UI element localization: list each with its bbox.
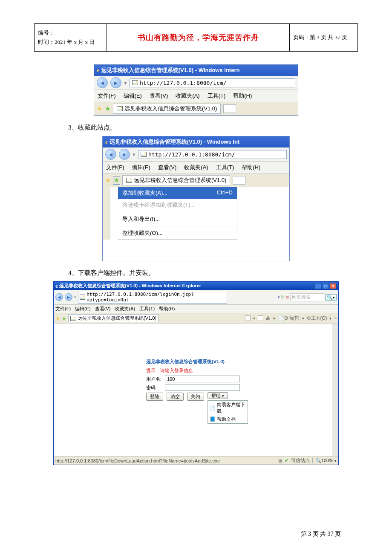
title-bar-2: e 远见非税收入信息综合管理系统(V1.0) - Windows Int <box>103 136 289 147</box>
time-label: 时间：2021 年 x 月 x 日 <box>38 38 103 47</box>
new-tab-button[interactable] <box>233 176 245 185</box>
ie-screenshot-1: e 远见非税收入信息综合管理系统(V1.0) - Windows Intern … <box>94 64 298 116</box>
step-4-text: 4、下载客户端控件。并安装。 <box>68 269 358 277</box>
window-buttons: _ □ × <box>314 283 337 289</box>
add-favorite-star-icon[interactable]: ★ <box>62 315 66 321</box>
menu-help[interactable]: 帮助(H) <box>233 92 252 100</box>
url-text-2: http://127.0.0.1:8080/icm/ <box>148 151 235 158</box>
menu-edit[interactable]: 编辑(E) <box>132 164 150 171</box>
window-title-3: 远见非税收入信息综合管理系统(V1.0) - Windows Internet … <box>59 283 201 289</box>
favorites-star-icon[interactable]: ★ <box>105 176 111 184</box>
menu-help[interactable]: 帮助(H) <box>242 164 260 171</box>
zoom-control[interactable]: 🔍100% ▾ <box>312 458 337 463</box>
tab-page-icon <box>117 106 123 111</box>
nav-dropdown-icon[interactable]: ▾ <box>74 295 76 299</box>
ie-screenshot-3: e 远见非税收入信息综合管理系统(V1.0) - Windows Interne… <box>53 281 339 465</box>
menu-edit[interactable]: 编辑(E) <box>124 92 142 100</box>
close-button[interactable]: × <box>330 283 337 289</box>
close-form-button[interactable]: 关闭 <box>187 393 204 401</box>
menu-file[interactable]: 文件(F) <box>55 306 71 312</box>
tab-row: ★ ★ 远见非税收入信息综合管理系统(V1.0) <box>94 102 298 116</box>
header-right: 页码：第 3 页 共 37 页 <box>290 24 358 52</box>
password-input[interactable] <box>165 384 240 391</box>
clear-button[interactable]: 清空 <box>167 393 184 401</box>
back-button[interactable]: ◄ <box>105 149 116 160</box>
feeds-icon[interactable] <box>258 315 263 321</box>
menu-edit[interactable]: 编辑(E) <box>75 306 91 312</box>
title-bar-3: e 远见非税收入信息综合管理系统(V1.0) - Windows Interne… <box>54 282 338 290</box>
status-url: http://127.0.0.1:8080/icm/fileDownLoadAc… <box>55 458 220 463</box>
login-button[interactable]: 登陆 <box>146 393 163 401</box>
username-input[interactable] <box>165 376 240 382</box>
menu-tools[interactable]: 工具(T) <box>208 92 226 100</box>
tab-label-2: 远见非税收入信息综合管理系统(V1.0) <box>134 176 226 184</box>
expand-icon[interactable]: » <box>334 316 337 321</box>
favorites-star-icon[interactable]: ★ <box>55 315 60 321</box>
tab-row-2: ★ ★ 远见非税收入信息综合管理系统(V1.0) <box>103 174 289 187</box>
browser-tab-2[interactable]: 远见非税收入信息综合管理系统(V1.0) <box>122 175 230 185</box>
new-tab-button[interactable] <box>223 104 236 113</box>
favorites-star-icon[interactable]: ★ <box>97 105 102 113</box>
page-small-icon: 📄 <box>210 405 216 411</box>
print-icon[interactable]: 🖶 <box>266 316 271 321</box>
back-button[interactable]: ◄ <box>97 77 108 88</box>
ie-icon: e <box>97 67 99 74</box>
menu-view[interactable]: 查看(V) <box>95 306 111 312</box>
nav-dropdown-icon[interactable]: ▾ <box>124 80 127 86</box>
page-menu[interactable]: 📄页面(P) <box>278 315 300 321</box>
maximize-button[interactable]: □ <box>322 283 329 289</box>
password-label: 密码: <box>146 384 162 391</box>
go-dropdown-icon[interactable]: ▾ <box>278 295 280 299</box>
search-box[interactable]: 网页搜索 <box>290 293 324 301</box>
header-center: 书山有路勤为径，学海无涯苦作舟 <box>107 24 290 52</box>
forward-button[interactable]: ► <box>110 77 121 88</box>
menu-favorites[interactable]: 收藏夹(A) <box>176 92 199 100</box>
favorites-import-export-item[interactable]: 导入和导出(I)... <box>118 213 237 225</box>
nav-row-2: ◄ ► ▾ http://127.0.0.1:8080/icm/ <box>103 147 289 162</box>
menu-help[interactable]: 帮助(H) <box>159 306 175 312</box>
serial-label: 编号： <box>38 28 103 38</box>
address-bar-3[interactable]: http://127.0.0.1:8080/icm/loginOn.jsp?op… <box>78 291 227 304</box>
help-menu-doc[interactable]: 📘帮助文档 <box>208 415 248 423</box>
menu-bar: 文件(F) 编辑(E) 查看(V) 收藏夹(A) 工具(T) 帮助(H) <box>94 90 298 102</box>
ie-icon: e <box>105 139 108 145</box>
menu-tools[interactable]: 工具(T) <box>139 306 155 312</box>
favorites-add-item[interactable]: 添加到收藏夹(A)... Ctrl+D <box>118 187 237 199</box>
add-favorite-star-icon-active[interactable]: ★ <box>113 176 120 184</box>
stop-icon[interactable]: ✕ <box>285 295 289 300</box>
browser-tab-3[interactable]: 远见非税收入信息综合管理系统(V1.0) <box>68 314 159 322</box>
tools-menu[interactable]: ⚙工具(O) <box>307 315 327 321</box>
home-icon[interactable] <box>245 315 251 321</box>
menu-favorites[interactable]: 收藏夹(A) <box>115 306 135 312</box>
title-bar: e 远见非税收入信息综合管理系统(V1.0) - Windows Intern <box>94 65 298 76</box>
help-button[interactable]: 帮助 ▾ <box>208 392 228 399</box>
forward-button[interactable]: ► <box>65 293 72 301</box>
add-favorite-star-icon[interactable]: ★ <box>105 105 110 113</box>
search-button[interactable]: 🔍▾ <box>325 294 337 301</box>
forward-button[interactable]: ► <box>119 149 130 160</box>
content-area-top <box>54 324 338 357</box>
menu-file[interactable]: 文件(F) <box>106 164 124 171</box>
menu-tools[interactable]: 工具(T) <box>216 164 234 171</box>
minimize-button[interactable]: _ <box>314 283 321 289</box>
address-bar-2[interactable]: http://127.0.0.1:8080/icm/ <box>138 150 287 159</box>
window-title: 远见非税收入信息综合管理系统(V1.0) - Windows Intern <box>101 66 240 74</box>
trusted-site-label: 可信站点 <box>291 457 310 464</box>
browser-tab[interactable]: 远见非税收入信息综合管理系统(V1.0) <box>113 104 221 114</box>
tab-label: 远见非税收入信息综合管理系统(V1.0) <box>124 105 217 113</box>
username-label: 用户名: <box>146 376 162 382</box>
menu-favorites[interactable]: 收藏夹(A) <box>184 164 208 171</box>
back-button[interactable]: ◄ <box>55 293 63 301</box>
help-menu-download[interactable]: 📄简易客户端下载 <box>208 401 248 415</box>
tab-label-3: 远见非税收入信息综合管理系统(V1.0) <box>78 315 156 321</box>
menu-file[interactable]: 文件(F) <box>98 92 116 100</box>
refresh-icon[interactable]: ↻ <box>281 295 285 300</box>
favorites-dropdown: 添加到收藏夹(A)... Ctrl+D 将选项卡组添加到收藏夹(T)... 导入… <box>118 187 237 240</box>
menu-view[interactable]: 查看(V) <box>150 92 168 100</box>
favorites-organize-item[interactable]: 整理收藏夹(O)... <box>118 227 237 239</box>
menu-view[interactable]: 查看(V) <box>158 164 176 171</box>
shield-icon: ✔ <box>285 458 288 463</box>
nav-dropdown-icon[interactable]: ▾ <box>133 151 135 158</box>
page-icon <box>141 152 147 157</box>
address-bar[interactable]: http://127.0.0.1:8080/icm/ <box>130 78 295 87</box>
